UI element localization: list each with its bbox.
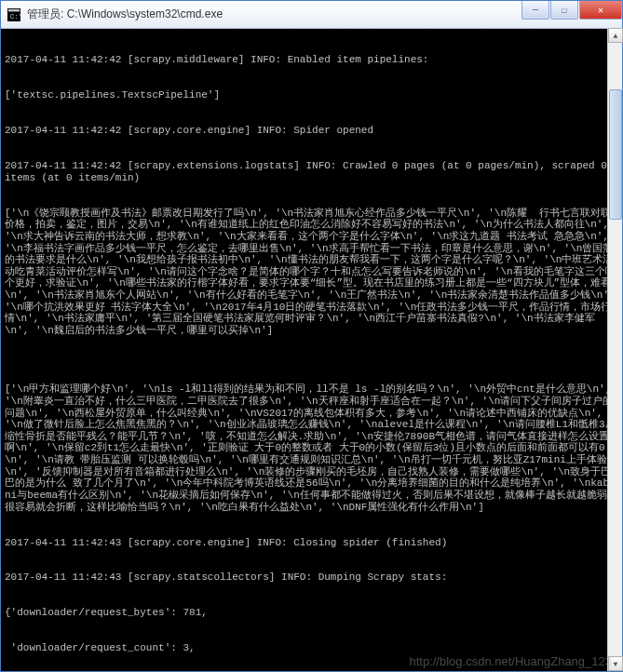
close-button[interactable]: ✕ [579, 1, 622, 20]
vertical-scrollbar[interactable]: ▲ ▼ [607, 28, 622, 671]
svg-text:C:\: C:\ [10, 11, 20, 20]
log-line: ['textsc.pipelines.TextscPipeline'] [5, 89, 618, 101]
log-line: 2017-04-11 11:42:42 [scrapy.core.engine]… [5, 125, 618, 137]
scroll-up-button[interactable]: ▲ [608, 28, 623, 43]
scroll-track[interactable] [608, 43, 622, 656]
log-line: 'downloader/request_count': 3, [5, 642, 618, 654]
log-line: ['\n《饶宗颐教授画作及书法》邮票改日期发行了吗\n', '\n书法家肖旭东心… [5, 208, 618, 337]
log-line: 2017-04-11 11:42:43 [scrapy.statscollect… [5, 571, 618, 584]
log-line: 2017-04-11 11:42:43 [scrapy.core.engine]… [5, 537, 618, 549]
scroll-thumb[interactable] [609, 89, 622, 220]
cmd-window: C:\ 管理员: C:\Windows\system32\cmd.exe — ☐… [0, 0, 623, 672]
cmd-icon: C:\ [7, 7, 21, 22]
log-line: {'downloader/request_bytes': 781, [5, 607, 618, 619]
log-line: 2017-04-11 11:42:42 [scrapy.extensions.l… [5, 160, 618, 183]
maximize-button[interactable]: ☐ [550, 1, 578, 20]
terminal-output[interactable]: 2017-04-11 11:42:42 [scrapy.middleware] … [1, 29, 622, 671]
log-line: 2017-04-11 11:42:42 [scrapy.middleware] … [5, 54, 618, 66]
window-title: 管理员: C:\Windows\system32\cmd.exe [27, 7, 521, 22]
minimize-button[interactable]: — [521, 1, 549, 20]
scroll-down-button[interactable]: ▼ [608, 656, 623, 671]
log-line: ['\n甲方和监理哪个好\n', '\nls -l和ll得到的结果为和不同，ll… [5, 383, 618, 513]
titlebar[interactable]: C:\ 管理员: C:\Windows\system32\cmd.exe — ☐… [1, 1, 622, 29]
window-controls: — ☐ ✕ [521, 1, 622, 20]
